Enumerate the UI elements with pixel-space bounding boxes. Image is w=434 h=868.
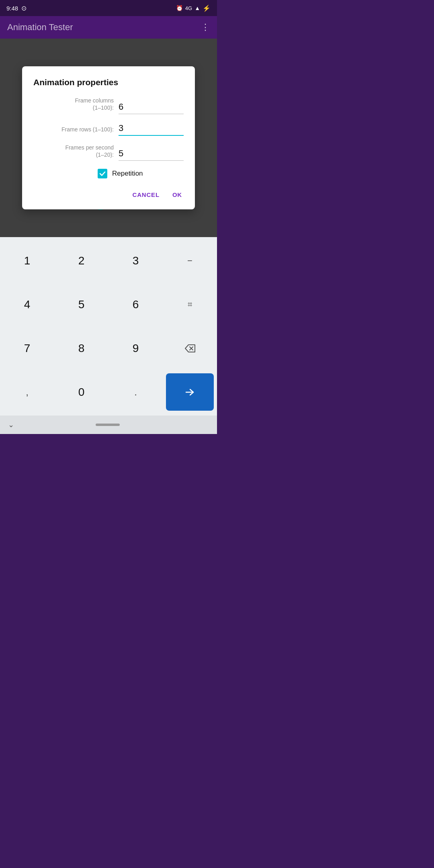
repetition-checkbox[interactable] <box>98 169 107 178</box>
frame-columns-input[interactable] <box>119 101 184 114</box>
network-label: 4G <box>185 5 192 11</box>
frames-per-second-label: Frames per second(1–20): <box>33 144 114 161</box>
frame-rows-input[interactable] <box>119 122 184 136</box>
key-space[interactable]: ⌗ <box>163 283 217 326</box>
key-5[interactable]: 5 <box>54 283 108 326</box>
key-row-4: , 0 . <box>0 370 217 414</box>
key-enter[interactable] <box>166 373 214 411</box>
main-content: Animation properties Frame columns(1–100… <box>0 39 217 434</box>
signal-icon: ▲ <box>194 5 200 11</box>
key-6[interactable]: 6 <box>108 283 163 326</box>
keyboard-bottom-bar: ⌄ <box>0 416 217 434</box>
key-2[interactable]: 2 <box>54 239 108 283</box>
key-minus[interactable]: − <box>163 239 217 283</box>
frame-columns-label: Frame columns(1–100): <box>33 97 114 114</box>
repetition-label: Repetition <box>112 170 143 178</box>
cancel-button[interactable]: CANCEL <box>131 188 161 201</box>
key-comma[interactable]: , <box>0 370 54 414</box>
key-backspace[interactable] <box>163 326 217 370</box>
key-row-2: 4 5 6 ⌗ <box>0 283 217 326</box>
key-9[interactable]: 9 <box>108 326 163 370</box>
alarm-icon: ⏰ <box>176 5 183 11</box>
animation-properties-dialog: Animation properties Frame columns(1–100… <box>22 66 195 209</box>
frames-per-second-field: Frames per second(1–20): <box>33 144 184 161</box>
numeric-keyboard[interactable]: 1 2 3 − 4 5 6 ⌗ 7 8 9 <box>0 237 217 434</box>
key-period[interactable]: . <box>108 370 163 414</box>
dialog-overlay: Animation properties Frame columns(1–100… <box>0 39 217 237</box>
key-7[interactable]: 7 <box>0 326 54 370</box>
hotspot-icon: ⊙ <box>21 4 27 12</box>
dialog-actions: CANCEL OK <box>33 188 184 201</box>
key-0[interactable]: 0 <box>54 370 108 414</box>
repetition-row[interactable]: Repetition <box>33 169 184 178</box>
key-row-1: 1 2 3 − <box>0 239 217 283</box>
status-icons: ⏰ 4G ▲ ⚡ <box>176 4 211 12</box>
keyboard-collapse-icon[interactable]: ⌄ <box>8 420 14 429</box>
home-indicator <box>96 424 120 426</box>
frame-rows-label: Frame rows (1–100): <box>33 126 114 135</box>
key-3[interactable]: 3 <box>108 239 163 283</box>
keyboard-rows: 1 2 3 − 4 5 6 ⌗ 7 8 9 <box>0 237 217 416</box>
app-bar: Animation Tester ⋮ <box>0 16 217 39</box>
more-options-icon[interactable]: ⋮ <box>201 22 210 33</box>
status-bar: 9:48 ⊙ ⏰ 4G ▲ ⚡ <box>0 0 217 16</box>
ok-button[interactable]: OK <box>171 188 184 201</box>
status-time: 9:48 <box>6 5 18 12</box>
key-1[interactable]: 1 <box>0 239 54 283</box>
key-row-3: 7 8 9 <box>0 326 217 370</box>
app-title: Animation Tester <box>7 22 73 33</box>
key-8[interactable]: 8 <box>54 326 108 370</box>
frame-rows-field: Frame rows (1–100): <box>33 122 184 136</box>
frames-per-second-input[interactable] <box>119 147 184 161</box>
battery-icon: ⚡ <box>203 4 211 12</box>
key-4[interactable]: 4 <box>0 283 54 326</box>
dialog-title: Animation properties <box>33 78 184 87</box>
frame-columns-field: Frame columns(1–100): <box>33 97 184 114</box>
